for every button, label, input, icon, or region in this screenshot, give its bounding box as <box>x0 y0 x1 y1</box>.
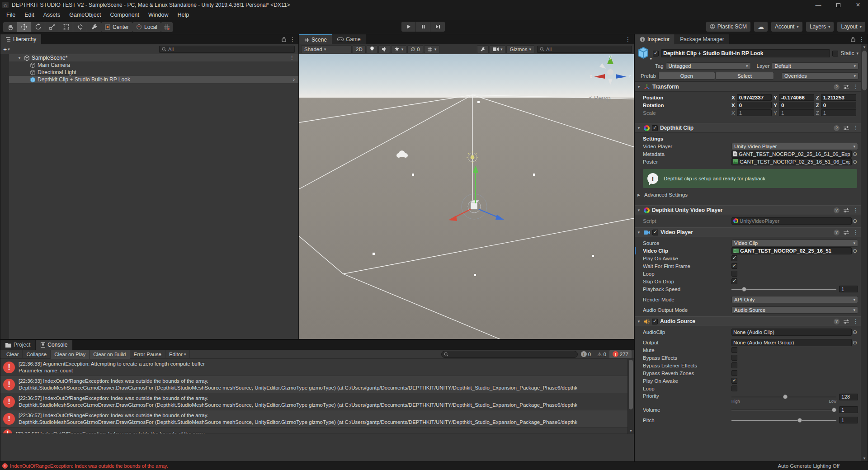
scene-visibility-button[interactable]: ∅0 <box>407 45 423 53</box>
volume-slider[interactable] <box>731 406 836 414</box>
perspective-toggle[interactable]: < Persp <box>589 94 611 102</box>
log-entry[interactable]: ! [22:36:33] IndexOutOfRangeException: I… <box>0 376 627 393</box>
maximize-button[interactable] <box>828 0 848 10</box>
clear-on-play-button[interactable]: Clear on Play <box>51 350 90 359</box>
metadata-object-field[interactable]: GANT_TEST_NOCROP_02_25_16_51_06_Exp <box>731 150 852 158</box>
more-icon[interactable]: ⋮ <box>853 318 859 324</box>
position-x-field[interactable]: 0.9742337 <box>737 94 772 101</box>
pitch-slider[interactable] <box>731 417 836 424</box>
lighting-toggle-button[interactable] <box>367 45 377 53</box>
gizmos-dropdown[interactable]: Gizmos▾ <box>506 45 534 53</box>
help-icon[interactable]: ? <box>834 319 840 324</box>
layer-dropdown[interactable]: Default▾ <box>772 62 859 70</box>
render-mode-dropdown[interactable]: API Only▾ <box>731 296 858 303</box>
more-icon[interactable]: ⋮ <box>290 36 295 42</box>
hierarchy-scene-row[interactable]: ▼ SampleScene* ⋮ <box>9 54 298 61</box>
prefab-icon[interactable]: ▾ <box>637 47 651 60</box>
playback-speed-value[interactable]: 1 <box>839 286 858 292</box>
tab-hierarchy[interactable]: Hierarchy <box>0 34 42 44</box>
clear-on-build-button[interactable]: Clear on Build <box>90 350 130 359</box>
custom-tool-button[interactable] <box>87 22 101 32</box>
static-dropdown-icon[interactable]: ▾ <box>856 51 859 56</box>
audioclip-object-field[interactable]: None (Audio Clip) <box>731 329 852 336</box>
audio-output-mode-dropdown[interactable]: Audio Source▾ <box>731 306 858 314</box>
more-icon[interactable]: ⋮ <box>859 36 864 42</box>
hierarchy-search-input[interactable]: All <box>159 46 295 53</box>
bypass-listener-checkbox[interactable] <box>731 362 737 368</box>
close-button[interactable]: × <box>848 0 868 10</box>
scale-tool-button[interactable] <box>45 22 59 32</box>
more-icon[interactable]: ⋮ <box>625 36 631 42</box>
rotation-y-field[interactable]: 0 <box>779 102 814 108</box>
tab-game[interactable]: Game <box>332 34 366 44</box>
component-tools-button[interactable] <box>477 45 489 53</box>
skip-on-drop-checkbox[interactable] <box>731 278 737 284</box>
play-button[interactable] <box>401 22 416 32</box>
rotate-tool-button[interactable] <box>31 22 45 32</box>
preset-icon[interactable] <box>844 230 849 235</box>
transform-header[interactable]: ▼ Transform ? ⋮ <box>635 82 861 92</box>
effects-dropdown[interactable]: ▾ <box>391 45 407 53</box>
error-pause-button[interactable]: Error Pause <box>130 350 165 359</box>
cloud-button[interactable]: ☁ <box>754 22 768 32</box>
more-icon[interactable]: ⋮ <box>853 125 859 131</box>
editor-dropdown[interactable]: Editor▾ <box>165 350 190 359</box>
tab-project[interactable]: Project <box>0 340 36 350</box>
bypass-reverb-checkbox[interactable] <box>731 370 737 376</box>
draw-mode-dropdown[interactable]: Shaded▾ <box>301 45 352 53</box>
as-play-on-awake-checkbox[interactable] <box>731 378 737 384</box>
volume-value[interactable]: 1 <box>839 406 858 413</box>
prefab-open-chevron-icon[interactable]: › <box>293 76 295 83</box>
menu-window[interactable]: Window <box>144 12 173 18</box>
tab-package-manager[interactable]: Package Manager <box>675 34 729 44</box>
prefab-overrides-dropdown[interactable]: Overrides▾ <box>782 72 859 80</box>
object-picker-icon[interactable]: ⊙ <box>852 247 858 254</box>
log-entry[interactable]: ! [22:36:33] ArgumentException: Attempti… <box>0 359 627 376</box>
console-scrollbar[interactable]: ▼ <box>627 359 634 434</box>
video-player-enabled-checkbox[interactable] <box>652 230 658 235</box>
scale-x-field[interactable]: 1 <box>737 109 772 116</box>
tab-inspector[interactable]: Inspector <box>635 34 675 44</box>
pivot-rotation-button[interactable]: Local <box>132 22 161 32</box>
hierarchy-item-depthkit-clip[interactable]: Depthkit Clip + Studio Built-in RP Look … <box>9 76 298 83</box>
video-player-dropdown[interactable]: Unity Video Player▾ <box>731 143 858 150</box>
rotation-x-field[interactable]: 0 <box>737 102 772 108</box>
source-dropdown[interactable]: Video Clip▾ <box>731 240 858 247</box>
more-icon[interactable]: ⋮ <box>853 207 859 213</box>
collapse-button[interactable]: Collapse <box>23 350 51 359</box>
pause-button[interactable] <box>416 22 430 32</box>
scale-z-field[interactable]: 1 <box>821 109 856 116</box>
preset-icon[interactable] <box>844 319 849 324</box>
auto-generate-lighting-status[interactable]: Auto Generate Lighting Off <box>778 463 840 469</box>
video-clip-object-field[interactable]: GANT_TEST_NOCROP_02_25_16_51 <box>731 247 852 254</box>
inspector-scrollbar[interactable]: ▼ ▼ <box>861 44 868 461</box>
hand-tool-button[interactable] <box>3 22 17 32</box>
rotation-z-field[interactable]: 0 <box>821 102 856 108</box>
account-dropdown[interactable]: Account▾ <box>771 22 802 32</box>
priority-value[interactable]: 128 <box>839 394 858 400</box>
transform-tool-button[interactable] <box>73 22 87 32</box>
layers-dropdown[interactable]: Layers▾ <box>806 22 834 32</box>
playback-speed-slider[interactable] <box>731 286 836 293</box>
layout-dropdown[interactable]: Layout▾ <box>837 22 865 32</box>
output-object-field[interactable]: None (Audio Mixer Group) <box>731 339 852 346</box>
warning-count-toggle[interactable]: ⚠0 <box>594 350 609 358</box>
help-icon[interactable]: ? <box>834 207 840 213</box>
console-search-input[interactable] <box>441 351 578 358</box>
static-checkbox[interactable] <box>832 51 838 56</box>
menu-component[interactable]: Component <box>105 12 144 18</box>
bypass-effects-checkbox[interactable] <box>731 355 737 361</box>
foldout-open-icon[interactable]: ▼ <box>637 85 642 89</box>
depthkit-enabled-checkbox[interactable] <box>652 125 658 131</box>
add-gameobject-button[interactable]: +▾ <box>3 46 10 53</box>
loop-checkbox[interactable] <box>731 271 737 277</box>
grid-visibility-dropdown[interactable]: ▾ <box>424 45 440 53</box>
priority-slider[interactable]: High Low <box>731 393 836 400</box>
mute-checkbox[interactable] <box>731 347 737 353</box>
object-picker-icon[interactable]: ⊙ <box>852 150 858 158</box>
hierarchy-item-directional-light[interactable]: Directional Light <box>9 69 298 76</box>
rect-tool-button[interactable] <box>59 22 73 32</box>
log-entry[interactable]: ! [22:36:57] IndexOutOfRangeException: I… <box>0 410 627 428</box>
lock-icon[interactable] <box>851 37 855 42</box>
plastic-scm-button[interactable]: Plastic SCM <box>706 22 750 32</box>
